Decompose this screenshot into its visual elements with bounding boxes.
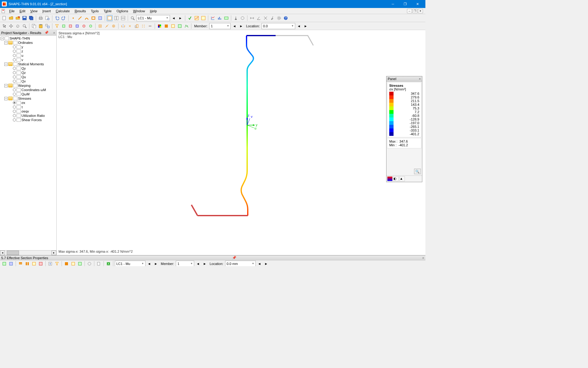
- tool1-button[interactable]: [61, 23, 67, 29]
- table-close-button[interactable]: ×: [422, 256, 424, 260]
- table-location-dropdown[interactable]: 0.0 mm▼: [225, 261, 256, 266]
- move-copy-button[interactable]: [44, 23, 51, 29]
- table-member-next-button[interactable]: ►: [202, 261, 208, 266]
- table-member-prev-button[interactable]: ◄: [195, 261, 201, 266]
- gear-button[interactable]: [276, 15, 282, 21]
- tree-item[interactable]: v: [1, 58, 56, 62]
- navigator-close-button[interactable]: ×: [53, 31, 55, 35]
- copy-button[interactable]: [31, 23, 37, 29]
- zoom-button[interactable]: [21, 23, 28, 29]
- tool2-button[interactable]: [67, 23, 74, 29]
- menu-window[interactable]: Window: [130, 9, 147, 13]
- table-pin-icon[interactable]: 📌: [232, 256, 236, 260]
- element-button[interactable]: [77, 15, 83, 21]
- snap2-button[interactable]: [104, 23, 110, 29]
- color-button[interactable]: [156, 23, 163, 29]
- loadcase-prev-button[interactable]: ◄: [171, 15, 177, 21]
- rect-button[interactable]: [90, 15, 96, 21]
- table-btn5[interactable]: [31, 261, 37, 266]
- table-filter-button[interactable]: [54, 261, 60, 266]
- mirror-button[interactable]: [120, 23, 126, 29]
- results-values-button[interactable]: [200, 15, 206, 21]
- table-btn3[interactable]: [17, 261, 24, 266]
- navigator-scrollbar[interactable]: ◄ ►: [0, 250, 56, 255]
- mdi-minimize-button[interactable]: ─: [407, 9, 412, 13]
- window2-button[interactable]: [113, 15, 119, 21]
- calculate-button[interactable]: [187, 15, 193, 21]
- table-btn8[interactable]: [70, 261, 76, 266]
- wireframe-button[interactable]: [183, 23, 190, 29]
- navigator-pin-icon[interactable]: 📌: [44, 31, 49, 35]
- table-btn6[interactable]: [38, 261, 44, 266]
- tool4-button[interactable]: [81, 23, 87, 29]
- tree-item[interactable]: Qz: [1, 71, 56, 75]
- table-loc-prev-button[interactable]: ◄: [256, 261, 262, 266]
- tree-item[interactable]: σeqv: [1, 109, 56, 113]
- tree-group-statical-moments[interactable]: −Statical Moments: [1, 62, 56, 66]
- scale-button[interactable]: [134, 23, 140, 29]
- cross-button[interactable]: [262, 15, 269, 21]
- member-dropdown[interactable]: 1▼: [209, 23, 231, 29]
- table-btn2[interactable]: [8, 261, 14, 266]
- table-btn1[interactable]: [1, 261, 7, 266]
- window1-button[interactable]: [107, 15, 113, 21]
- tree-item[interactable]: z: [1, 49, 56, 53]
- panel-tab1-button[interactable]: [387, 176, 393, 181]
- navigator-tree[interactable]: − SHAPE-THIN −Ordinatesyzuv−Statical Mom…: [0, 36, 56, 250]
- menu-tools[interactable]: Tools: [88, 9, 101, 13]
- location-next-button[interactable]: ►: [303, 23, 309, 29]
- wrench-button[interactable]: [269, 15, 275, 21]
- mdi-close-button[interactable]: ✕: [418, 9, 423, 13]
- tree-item[interactable]: Qu: [1, 75, 56, 79]
- snap1-button[interactable]: [97, 23, 103, 29]
- array-button[interactable]: [140, 23, 146, 29]
- window3-button[interactable]: [120, 15, 126, 21]
- tree-item[interactable]: y: [1, 45, 56, 49]
- table-copy-button[interactable]: [96, 261, 102, 266]
- menu-calculate[interactable]: Calculate: [53, 9, 72, 13]
- menu-view[interactable]: View: [28, 9, 40, 13]
- redo-button[interactable]: [61, 15, 67, 21]
- print-preview-button[interactable]: [44, 15, 51, 21]
- mdi-restore-button[interactable]: ❐: [413, 9, 417, 13]
- member-next-button[interactable]: ►: [238, 23, 244, 29]
- table-lc-next-button[interactable]: ►: [153, 261, 159, 266]
- table-btn10[interactable]: [86, 261, 92, 266]
- table-lc-prev-button[interactable]: ◄: [146, 261, 152, 266]
- loadcase-dropdown[interactable]: LC1 - Mu▼: [136, 15, 170, 21]
- loadcase-next-button[interactable]: ►: [177, 15, 183, 21]
- filter-button[interactable]: [54, 23, 60, 29]
- tree-group-ordinates[interactable]: −Ordinates: [1, 40, 56, 45]
- tree-item[interactable]: Qy: [1, 66, 56, 71]
- graph3-button[interactable]: [223, 15, 229, 21]
- graph1-button[interactable]: [210, 15, 216, 21]
- location-prev-button[interactable]: ◄: [296, 23, 302, 29]
- tree-group-stresses[interactable]: −Stresses: [1, 96, 56, 101]
- support-button[interactable]: [233, 15, 239, 21]
- rotate-button[interactable]: [15, 23, 21, 29]
- arc-button[interactable]: [84, 15, 90, 21]
- panel-zoom-button[interactable]: 🔍: [414, 169, 421, 174]
- paste-button[interactable]: [38, 23, 44, 29]
- menu-table[interactable]: Table: [101, 9, 114, 13]
- tool3-button[interactable]: [74, 23, 80, 29]
- graph2-button[interactable]: [217, 15, 223, 21]
- panel-titlebar[interactable]: Panel ×: [386, 76, 422, 82]
- tree-item[interactable]: Qv: [1, 79, 56, 83]
- tree-item[interactable]: Shear Forces: [1, 118, 56, 122]
- point-button[interactable]: [70, 15, 76, 21]
- panel-tab2-button[interactable]: ◐: [393, 176, 399, 181]
- search-button[interactable]: [130, 15, 136, 21]
- render-button[interactable]: [177, 23, 183, 29]
- select-button[interactable]: [1, 23, 7, 29]
- panel-close-button[interactable]: ×: [419, 77, 421, 81]
- snap3-button[interactable]: [111, 23, 117, 29]
- print-button[interactable]: [38, 15, 44, 21]
- location-dropdown[interactable]: 0.0▼: [262, 23, 295, 29]
- tree-item[interactable]: QωM: [1, 92, 56, 96]
- table-btn9[interactable]: [77, 261, 83, 266]
- table-btn7[interactable]: [63, 261, 70, 266]
- tool5-button[interactable]: [88, 23, 94, 29]
- divide-button[interactable]: [147, 23, 153, 29]
- section-button[interactable]: [97, 15, 103, 21]
